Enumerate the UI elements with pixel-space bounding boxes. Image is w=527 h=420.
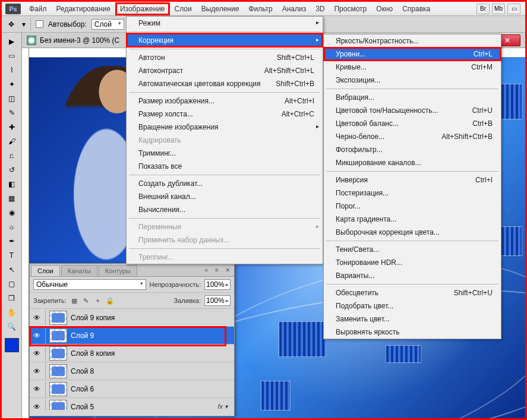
type-tool[interactable]: T bbox=[5, 249, 19, 262]
layers-panel: « ≡ ✕ Слои Каналы Контуры Обычные Непроз… bbox=[29, 263, 235, 416]
autoselect-target-select[interactable]: Слой bbox=[91, 19, 124, 30]
menu-item-обесцветить[interactable]: ОбесцветитьShift+Ctrl+U bbox=[324, 286, 501, 299]
bridge-button[interactable]: Br bbox=[476, 4, 490, 14]
menu-item-тонирование-hdr---[interactable]: Тонирование HDR... bbox=[324, 256, 501, 269]
menu-item-вычисления---[interactable]: Вычисления... bbox=[127, 203, 323, 216]
menu-item-инверсия[interactable]: ИнверсияCtrl+I bbox=[324, 173, 501, 187]
menu-filter[interactable]: Фильтр bbox=[244, 2, 277, 15]
menu-item-цветовой-тон-насыщенность---[interactable]: Цветовой тон/Насыщенность...Ctrl+U bbox=[324, 104, 501, 117]
heal-tool[interactable]: ✚ bbox=[5, 121, 19, 134]
menu-item-яркость-контрастность---[interactable]: Яркость/Контрастность... bbox=[324, 34, 501, 48]
menu-item-тримминг---[interactable]: Тримминг... bbox=[127, 147, 323, 160]
autoselect-checkbox[interactable] bbox=[36, 20, 43, 28]
menu-item-выровнять-яркость[interactable]: Выровнять яркость bbox=[324, 326, 501, 339]
menu-item-постеризация---[interactable]: Постеризация... bbox=[324, 187, 501, 200]
menu-item-цветовой-баланс---[interactable]: Цветовой баланс...Ctrl+B bbox=[324, 117, 501, 130]
lasso-tool[interactable]: ⌇ bbox=[5, 64, 19, 77]
menu-analysis[interactable]: Анализ bbox=[277, 2, 311, 15]
menu-item-экспозиция---[interactable]: Экспозиция... bbox=[324, 74, 501, 87]
menu-item-порог---[interactable]: Порог... bbox=[324, 200, 501, 213]
blend-mode-select[interactable]: Обычные bbox=[33, 279, 146, 290]
menu-item-карта-градиента---[interactable]: Карта градиента... bbox=[324, 213, 501, 226]
menu-item-коррекция[interactable]: Коррекция bbox=[127, 34, 323, 47]
menu-edit[interactable]: Редактирование bbox=[52, 2, 115, 15]
panel-collapse-icon[interactable]: « bbox=[202, 266, 210, 274]
menu-item-выборочная-коррекция-цвета---[interactable]: Выборочная коррекция цвета... bbox=[324, 226, 501, 239]
menu-item-вибрация---[interactable]: Вибрация... bbox=[324, 91, 501, 104]
3d-tool[interactable]: ❒ bbox=[5, 292, 19, 305]
menu-item-размер-холста---[interactable]: Размер холста...Alt+Ctrl+C bbox=[127, 108, 323, 121]
brush-tool[interactable]: 🖌 bbox=[5, 135, 19, 148]
tab-layers[interactable]: Слои bbox=[31, 265, 60, 276]
gradient-tool[interactable]: ▦ bbox=[5, 192, 19, 205]
crop-tool[interactable]: ◫ bbox=[5, 92, 19, 105]
menu-item-тени-света---[interactable]: Тени/Света... bbox=[324, 243, 501, 256]
menu-layers[interactable]: Слои bbox=[170, 2, 197, 15]
visibility-icon[interactable]: 👁 bbox=[32, 313, 42, 323]
fill-input[interactable]: 100% bbox=[204, 295, 231, 306]
lock-pixels-icon[interactable]: ✎ bbox=[82, 296, 90, 305]
visibility-icon[interactable]: 👁 bbox=[32, 384, 42, 394]
lock-transparency-icon[interactable]: ▦ bbox=[70, 296, 78, 305]
menu-item-черно-белое---[interactable]: Черно-белое...Alt+Shift+Ctrl+B bbox=[324, 130, 501, 143]
menu-item-кривые---[interactable]: Кривые...Ctrl+M bbox=[324, 61, 501, 74]
menu-item-автотон[interactable]: АвтотонShift+Ctrl+L bbox=[127, 51, 323, 64]
blur-tool[interactable]: ◉ bbox=[5, 206, 19, 219]
menu-help[interactable]: Справка bbox=[397, 2, 435, 15]
screen-mode-button[interactable]: ▭ bbox=[507, 4, 520, 14]
layer-row[interactable]: 👁Слой 6 bbox=[30, 380, 234, 398]
shape-tool[interactable]: ▢ bbox=[5, 277, 19, 290]
eraser-tool[interactable]: ◧ bbox=[5, 178, 19, 191]
menu-item-внешний-канал---[interactable]: Внешний канал... bbox=[127, 190, 323, 203]
menu-item-автоматическая-цветовая-коррекция[interactable]: Автоматическая цветовая коррекцияShift+C… bbox=[127, 77, 323, 90]
move-tool[interactable]: ▶ bbox=[5, 35, 19, 48]
layer-row[interactable]: 👁Слой 5fx ▾ bbox=[30, 398, 234, 410]
menu-item-вращение-изображения[interactable]: Вращение изображения bbox=[127, 121, 323, 134]
tab-channels[interactable]: Каналы bbox=[61, 265, 97, 276]
menu-item-показать-все[interactable]: Показать все bbox=[127, 160, 323, 173]
eyedropper-tool[interactable]: ✎ bbox=[5, 106, 19, 119]
menu-item-уровни---[interactable]: Уровни...Ctrl+L bbox=[324, 48, 501, 61]
pen-tool[interactable]: ✒ bbox=[5, 235, 19, 248]
layer-row[interactable]: 👁Слой 8 копия bbox=[30, 345, 234, 362]
zoom-tool[interactable]: 🔍 bbox=[5, 320, 19, 333]
menu-item-режим[interactable]: Режим bbox=[127, 17, 323, 30]
lock-all-icon[interactable]: 🔒 bbox=[106, 296, 114, 305]
menu-item-создать-дубликат---[interactable]: Создать дубликат... bbox=[127, 177, 323, 190]
visibility-icon[interactable]: 👁 bbox=[32, 349, 42, 358]
mb-button[interactable]: Mb bbox=[492, 4, 505, 14]
menu-item-фотофильтр---[interactable]: Фотофильтр... bbox=[324, 143, 501, 156]
menu-3d[interactable]: 3D bbox=[311, 2, 329, 15]
menu-select[interactable]: Выделение bbox=[197, 2, 244, 15]
history-brush-tool[interactable]: ↺ bbox=[5, 163, 19, 176]
menu-item-автоконтраст[interactable]: АвтоконтрастAlt+Shift+Ctrl+L bbox=[127, 64, 323, 77]
lock-position-icon[interactable]: + bbox=[94, 296, 102, 305]
menu-item-микширование-каналов---[interactable]: Микширование каналов... bbox=[324, 156, 501, 169]
layer-row[interactable]: 👁Слой 9 копия bbox=[30, 309, 234, 327]
path-tool[interactable]: ↖ bbox=[5, 263, 19, 276]
menu-item-размер-изображения---[interactable]: Размер изображения...Alt+Ctrl+I bbox=[127, 94, 323, 108]
visibility-icon[interactable]: 👁 bbox=[32, 331, 42, 340]
tab-paths[interactable]: Контуры bbox=[99, 265, 137, 276]
visibility-icon[interactable]: 👁 bbox=[32, 367, 42, 376]
panel-close-icon[interactable]: ✕ bbox=[223, 266, 232, 274]
layer-row[interactable]: 👁Слой 9 bbox=[30, 327, 234, 345]
menu-view[interactable]: Просмотр bbox=[329, 2, 371, 15]
layer-row[interactable]: 👁Слой 8 bbox=[30, 362, 234, 380]
fx-indicator[interactable]: fx ▾ bbox=[217, 403, 232, 410]
visibility-icon[interactable]: 👁 bbox=[32, 402, 42, 410]
menu-file[interactable]: Файл bbox=[24, 2, 52, 15]
opacity-input[interactable]: 100% bbox=[204, 279, 231, 290]
menu-item-подобрать-цвет---[interactable]: Подобрать цвет... bbox=[324, 299, 501, 312]
foreground-color[interactable] bbox=[5, 338, 19, 352]
menu-window[interactable]: Окно bbox=[371, 2, 397, 15]
marquee-tool[interactable]: ▭ bbox=[5, 49, 19, 62]
wand-tool[interactable]: ✦ bbox=[5, 78, 19, 91]
dodge-tool[interactable]: ☼ bbox=[5, 220, 19, 233]
menu-image[interactable]: Изображение bbox=[115, 2, 170, 15]
stamp-tool[interactable]: ⎌ bbox=[5, 149, 19, 162]
panel-menu-icon[interactable]: ≡ bbox=[213, 266, 221, 274]
hand-tool[interactable]: ✋ bbox=[5, 306, 19, 319]
menu-item-заменить-цвет---[interactable]: Заменить цвет... bbox=[324, 312, 501, 326]
menu-item-варианты---[interactable]: Варианты... bbox=[324, 269, 501, 282]
